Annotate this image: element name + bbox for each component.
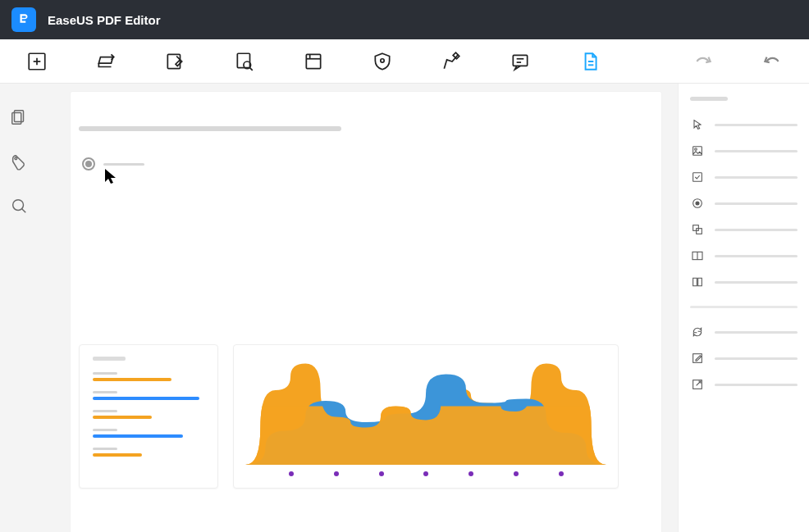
panel-tool-open-external[interactable] (690, 377, 798, 392)
panel-group-title (690, 97, 728, 101)
protect-icon[interactable] (370, 48, 395, 75)
radio-icon (82, 157, 95, 171)
app-title: EaseUS PDF Editor (48, 13, 161, 27)
panel-tool-label (715, 331, 798, 334)
list-item (93, 410, 204, 419)
panel-tool-split-view[interactable] (690, 248, 798, 263)
image-icon (690, 143, 705, 158)
refresh-icon (690, 325, 705, 339)
panel-tool-pointer[interactable] (690, 117, 798, 132)
list-card-title (93, 357, 126, 361)
axis-dot (379, 471, 384, 476)
panel-tool-label (715, 255, 798, 257)
content-cards (79, 344, 619, 489)
page-flip-icon (690, 275, 705, 289)
svg-point-26 (696, 202, 699, 205)
panel-tool-label (715, 176, 798, 179)
svg-rect-22 (693, 147, 702, 156)
list-item (93, 448, 204, 457)
app-logo (11, 7, 36, 32)
panel-tool-label (715, 281, 798, 284)
checkbox-icon (690, 170, 705, 184)
svg-rect-27 (693, 225, 699, 231)
undo-icon[interactable] (760, 48, 784, 75)
area-chart (245, 358, 606, 465)
list-card (79, 344, 218, 489)
svg-point-19 (13, 200, 24, 211)
pages-panel-icon[interactable] (8, 107, 30, 128)
component-icon (690, 222, 705, 237)
axis-dot (289, 471, 294, 476)
axis-dot (514, 471, 519, 476)
svg-line-6 (249, 67, 252, 70)
panel-tool-refresh[interactable] (690, 325, 798, 339)
panel-tool-label (715, 124, 798, 126)
right-panel (678, 84, 809, 532)
chart-axis-dots (245, 465, 606, 476)
svg-rect-24 (693, 173, 702, 182)
panel-tool-label (715, 384, 798, 386)
axis-dot (423, 471, 428, 476)
cursor-icon (103, 167, 118, 189)
panel-tool-edit-box[interactable] (690, 351, 798, 366)
panel-tool-label (715, 229, 798, 231)
panel-tool-checkbox[interactable] (690, 170, 798, 184)
panel-tool-radio[interactable] (690, 196, 798, 211)
split-view-icon (690, 248, 705, 263)
redo-icon[interactable] (691, 48, 715, 75)
panel-tool-image[interactable] (690, 143, 798, 158)
tags-panel-icon[interactable] (8, 151, 30, 172)
list-item (93, 429, 204, 438)
placeholder-line (79, 126, 341, 131)
svg-rect-28 (697, 229, 702, 234)
edit-box-icon (690, 351, 705, 366)
list-item (93, 372, 204, 381)
open-icon[interactable] (94, 48, 118, 75)
svg-rect-11 (514, 55, 528, 66)
radio-icon (690, 196, 705, 211)
radio-label-placeholder (103, 163, 144, 166)
search-panel-icon[interactable] (8, 195, 30, 216)
main-toolbar (0, 39, 809, 84)
panel-tool-component[interactable] (690, 222, 798, 237)
axis-dot (334, 471, 339, 476)
body (0, 84, 809, 532)
svg-point-10 (381, 58, 384, 61)
axis-dot (559, 471, 564, 476)
view-doc-icon[interactable] (232, 48, 257, 75)
svg-rect-7 (306, 54, 320, 68)
edit-icon[interactable] (162, 48, 187, 75)
page-icon[interactable] (578, 48, 602, 75)
document-page (71, 92, 661, 532)
panel-tool-label (715, 202, 798, 205)
titlebar: EaseUS PDF Editor (0, 0, 809, 39)
pointer-icon (690, 117, 705, 132)
svg-point-23 (695, 148, 697, 151)
panel-tool-page-flip[interactable] (690, 275, 798, 289)
list-item (93, 391, 204, 400)
panel-tool-label (715, 357, 798, 360)
open-external-icon (690, 377, 705, 392)
axis-dot (468, 471, 473, 476)
form-icon[interactable] (301, 48, 326, 75)
svg-line-20 (22, 209, 26, 213)
chart-card (233, 344, 619, 489)
sign-icon[interactable] (439, 48, 464, 75)
panel-tool-label (715, 150, 798, 152)
add-icon[interactable] (25, 48, 49, 75)
document-canvas[interactable] (38, 84, 678, 532)
comment-icon[interactable] (508, 48, 532, 75)
svg-point-18 (15, 157, 17, 160)
left-rail (0, 84, 38, 532)
panel-separator (690, 306, 798, 308)
